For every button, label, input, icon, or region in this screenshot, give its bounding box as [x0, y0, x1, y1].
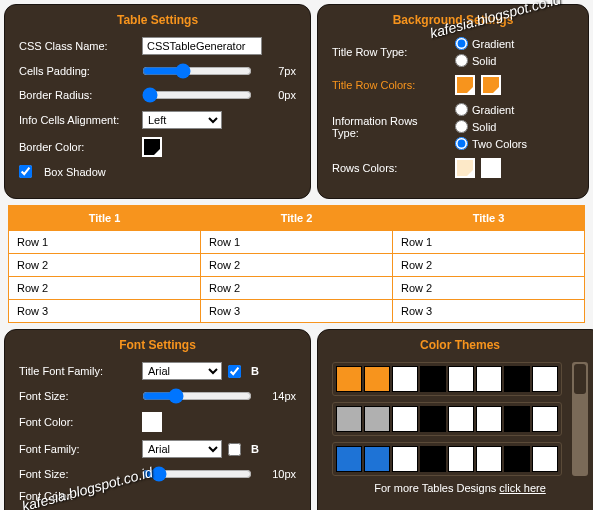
title-color-1-picker[interactable] [455, 75, 475, 95]
rows-color-1-picker[interactable] [455, 158, 475, 178]
border-radius-label: Border Radius: [19, 89, 134, 101]
border-radius-value: 0px [260, 89, 296, 101]
color-swatch [392, 366, 418, 392]
bold-label: B [251, 365, 259, 377]
font-size-value: 14px [260, 390, 296, 402]
table-cell: Row 2 [201, 254, 393, 277]
color-swatch [448, 406, 474, 432]
color-themes-title: Color Themes [332, 338, 588, 352]
table-cell: Row 2 [201, 277, 393, 300]
color-themes-panel: Color Themes For more Tables Designs cli… [317, 329, 593, 510]
border-color-picker[interactable] [142, 137, 162, 157]
table-settings-panel: Table Settings CSS Class Name: Cells Pad… [4, 4, 311, 199]
title-font-family-label: Title Font Family: [19, 365, 134, 377]
background-settings-title: Background Settings [332, 13, 574, 27]
font-size-label: Font Size: [19, 390, 134, 402]
font-size2-slider[interactable] [142, 466, 252, 482]
bold-label-2: B [251, 443, 259, 455]
font-settings-panel: Font Settings Title Font Family: Arial B… [4, 329, 311, 510]
info-align-label: Info Cells Alignment: [19, 114, 134, 126]
table-row: Row 3Row 3Row 3 [9, 300, 585, 323]
title-row-solid-radio[interactable] [455, 54, 468, 67]
table-cell: Row 1 [393, 231, 585, 254]
color-swatch [336, 446, 362, 472]
theme-row[interactable] [332, 402, 562, 436]
cells-padding-label: Cells Padding: [19, 65, 134, 77]
info-rows-two-colors-radio[interactable] [455, 137, 468, 150]
font-size-slider[interactable] [142, 388, 252, 404]
background-settings-panel: Background Settings Title Row Type: Grad… [317, 4, 589, 199]
table-cell: Row 3 [393, 300, 585, 323]
box-shadow-label: Box Shadow [44, 166, 159, 178]
info-rows-solid-radio[interactable] [455, 120, 468, 133]
color-swatch [532, 406, 558, 432]
box-shadow-checkbox[interactable] [19, 165, 32, 178]
css-class-input[interactable] [142, 37, 262, 55]
title-font-family-select[interactable]: Arial [142, 362, 222, 380]
color-swatch [504, 446, 530, 472]
css-class-label: CSS Class Name: [19, 40, 134, 52]
theme-row[interactable] [332, 442, 562, 476]
table-row: Row 2Row 2Row 2 [9, 254, 585, 277]
color-swatch [504, 366, 530, 392]
color-swatch [364, 366, 390, 392]
font-size2-label: Font Size: [19, 468, 134, 480]
color-swatch [532, 446, 558, 472]
rows-colors-label: Rows Colors: [332, 162, 447, 174]
preview-table-wrap: Title 1Title 2Title 3 Row 1Row 1Row 1Row… [4, 205, 589, 323]
bold2-checkbox[interactable] [228, 443, 241, 456]
preview-table: Title 1Title 2Title 3 Row 1Row 1Row 1Row… [8, 205, 585, 323]
color-swatch [420, 446, 446, 472]
two-colors-label: Two Colors [472, 138, 527, 150]
table-cell: Row 3 [201, 300, 393, 323]
title-bold-checkbox[interactable] [228, 365, 241, 378]
table-cell: Row 2 [393, 277, 585, 300]
color-swatch [532, 366, 558, 392]
font-size2-value: 10px [260, 468, 296, 480]
color-swatch [336, 366, 362, 392]
title-row-type-label: Title Row Type: [332, 46, 447, 58]
table-settings-title: Table Settings [19, 13, 296, 27]
font-color2-label: Font Color: [19, 490, 134, 502]
solid-label-2: Solid [472, 121, 496, 133]
solid-label: Solid [472, 55, 496, 67]
title-color-2-picker[interactable] [481, 75, 501, 95]
cells-padding-slider[interactable] [142, 63, 252, 79]
cells-padding-value: 7px [260, 65, 296, 77]
color-swatch [364, 446, 390, 472]
color-swatch [504, 406, 530, 432]
table-cell: Row 1 [9, 231, 201, 254]
theme-row[interactable] [332, 362, 562, 396]
rows-color-2-picker[interactable] [481, 158, 501, 178]
themes-scrollbar[interactable] [572, 362, 588, 476]
table-cell: Row 1 [201, 231, 393, 254]
table-row: Row 2Row 2Row 2 [9, 277, 585, 300]
border-color-label: Border Color: [19, 141, 134, 153]
table-cell: Row 2 [9, 254, 201, 277]
themes-link[interactable]: click here [499, 482, 545, 494]
info-rows-type-label: Information Rows Type: [332, 115, 447, 139]
table-cell: Row 3 [9, 300, 201, 323]
table-cell: Row 2 [393, 254, 585, 277]
table-cell: Row 2 [9, 277, 201, 300]
gradient-label-2: Gradient [472, 104, 514, 116]
title-row-gradient-radio[interactable] [455, 37, 468, 50]
color-swatch [364, 406, 390, 432]
color-swatch [420, 406, 446, 432]
table-header: Title 2 [201, 206, 393, 231]
table-header: Title 1 [9, 206, 201, 231]
font-family2-select[interactable]: Arial [142, 440, 222, 458]
font-color-picker[interactable] [142, 412, 162, 432]
info-align-select[interactable]: Left [142, 111, 222, 129]
themes-link-row: For more Tables Designs click here [332, 482, 588, 494]
info-rows-gradient-radio[interactable] [455, 103, 468, 116]
color-swatch [448, 366, 474, 392]
table-row: Row 1Row 1Row 1 [9, 231, 585, 254]
color-swatch [392, 406, 418, 432]
color-swatch [392, 446, 418, 472]
border-radius-slider[interactable] [142, 87, 252, 103]
themes-list [332, 362, 568, 476]
gradient-label: Gradient [472, 38, 514, 50]
font-settings-title: Font Settings [19, 338, 296, 352]
themes-link-text: For more Tables Designs [374, 482, 499, 494]
